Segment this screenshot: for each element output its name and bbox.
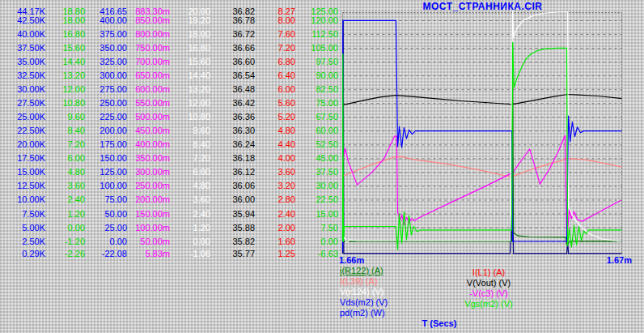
plot-title: МОСТ_СТРАННИКА.CIR	[343, 1, 622, 12]
trace-Vds(m2)	[343, 20, 622, 250]
legend-item-vgs-m2: Vgs(m2) (V)	[416, 299, 561, 309]
trace-Vgs(m2)	[343, 42, 622, 250]
legend-item-vc3: -V(c3) (V)	[416, 288, 561, 298]
legend-item-ir122: i(R122) (A)	[340, 266, 383, 275]
trace-pd(m2)	[343, 20, 622, 254]
trace-I(L39)	[343, 156, 622, 177]
plot-window: { "plot": { "title": "МОСТ_СТРАННИКА.CIR…	[0, 0, 644, 333]
x-axis-label: T (Secs)	[403, 318, 476, 328]
legend-item-vds-m2: Vds(m2) (V)	[340, 297, 388, 307]
legend-item-il1: I(L1) (A)	[416, 267, 561, 277]
trace-V(r124)	[343, 11, 622, 242]
x-tick-max: 1.67m	[607, 255, 632, 265]
x-tick-min: 1.66m	[339, 255, 364, 265]
plot-frame	[343, 13, 622, 254]
legend-item-vvout: V(Vout) (V)	[416, 278, 561, 288]
legend-item-pd-m2: pd(m2) (W)	[340, 308, 385, 318]
legend-item-vr124: V(r124) (V)	[340, 287, 383, 297]
legend-item-il39: I(L39) (A)	[340, 276, 377, 286]
trace-i(R122)	[343, 43, 622, 245]
